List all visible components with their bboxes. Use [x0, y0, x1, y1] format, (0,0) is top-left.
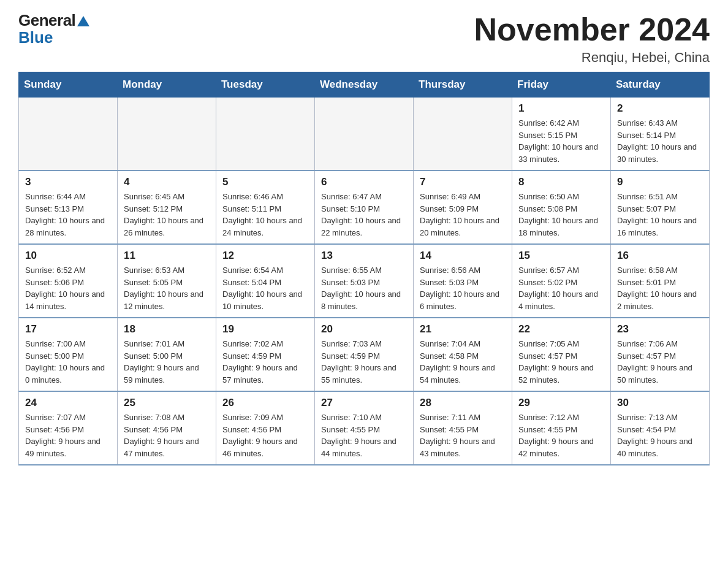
calendar-cell: 24Sunrise: 7:07 AMSunset: 4:56 PMDayligh…: [19, 391, 118, 465]
day-number: 26: [222, 397, 308, 409]
day-number: 27: [321, 397, 407, 409]
day-info: Sunrise: 7:10 AMSunset: 4:55 PMDaylight:…: [321, 412, 407, 459]
calendar-cell: 19Sunrise: 7:02 AMSunset: 4:59 PMDayligh…: [216, 318, 315, 391]
calendar-week-row: 10Sunrise: 6:52 AMSunset: 5:06 PMDayligh…: [19, 244, 710, 318]
day-info: Sunrise: 7:08 AMSunset: 4:56 PMDaylight:…: [124, 412, 210, 459]
day-info: Sunrise: 6:44 AMSunset: 5:13 PMDaylight:…: [25, 191, 111, 239]
calendar-cell: 7Sunrise: 6:49 AMSunset: 5:09 PMDaylight…: [414, 170, 512, 244]
header-sunday: Sunday: [19, 72, 118, 98]
day-number: 15: [518, 250, 604, 262]
day-number: 6: [321, 176, 407, 188]
calendar-cell: 26Sunrise: 7:09 AMSunset: 4:56 PMDayligh…: [216, 391, 315, 465]
day-info: Sunrise: 7:01 AMSunset: 5:00 PMDaylight:…: [124, 338, 210, 386]
calendar-cell: 25Sunrise: 7:08 AMSunset: 4:56 PMDayligh…: [118, 391, 216, 465]
day-number: 7: [420, 176, 506, 188]
calendar-cell: 10Sunrise: 6:52 AMSunset: 5:06 PMDayligh…: [19, 244, 118, 318]
calendar-cell: 6Sunrise: 6:47 AMSunset: 5:10 PMDaylight…: [315, 170, 414, 244]
header-friday: Friday: [512, 72, 611, 98]
day-info: Sunrise: 7:07 AMSunset: 4:56 PMDaylight:…: [25, 412, 111, 459]
calendar-cell: 30Sunrise: 7:13 AMSunset: 4:54 PMDayligh…: [611, 391, 710, 465]
calendar-cell: [414, 98, 512, 171]
day-number: 20: [321, 323, 407, 335]
calendar-cell: 18Sunrise: 7:01 AMSunset: 5:00 PMDayligh…: [118, 318, 216, 391]
header-thursday: Thursday: [414, 72, 512, 98]
day-info: Sunrise: 7:09 AMSunset: 4:56 PMDaylight:…: [222, 412, 308, 459]
day-info: Sunrise: 7:12 AMSunset: 4:55 PMDaylight:…: [518, 412, 604, 459]
calendar-week-row: 3Sunrise: 6:44 AMSunset: 5:13 PMDaylight…: [19, 170, 710, 244]
day-info: Sunrise: 6:54 AMSunset: 5:04 PMDaylight:…: [222, 264, 308, 312]
calendar-cell: [118, 98, 216, 171]
calendar-cell: 17Sunrise: 7:00 AMSunset: 5:00 PMDayligh…: [19, 318, 118, 391]
calendar-week-row: 24Sunrise: 7:07 AMSunset: 4:56 PMDayligh…: [19, 391, 710, 465]
calendar-cell: 27Sunrise: 7:10 AMSunset: 4:55 PMDayligh…: [315, 391, 414, 465]
day-number: 17: [25, 323, 111, 335]
day-info: Sunrise: 6:42 AMSunset: 5:15 PMDaylight:…: [518, 117, 604, 165]
day-info: Sunrise: 6:51 AMSunset: 5:07 PMDaylight:…: [617, 191, 703, 239]
day-number: 2: [617, 102, 703, 115]
day-number: 8: [518, 176, 604, 188]
day-info: Sunrise: 7:00 AMSunset: 5:00 PMDaylight:…: [25, 338, 111, 386]
calendar-cell: 15Sunrise: 6:57 AMSunset: 5:02 PMDayligh…: [512, 244, 611, 318]
calendar-cell: 13Sunrise: 6:55 AMSunset: 5:03 PMDayligh…: [315, 244, 414, 318]
header-monday: Monday: [118, 72, 216, 98]
page-header: General Blue November 2024 Renqiu, Hebei…: [18, 12, 710, 66]
calendar-header: Sunday Monday Tuesday Wednesday Thursday…: [19, 72, 710, 98]
day-number: 24: [25, 397, 111, 409]
day-number: 25: [124, 397, 210, 409]
day-number: 1: [518, 102, 604, 115]
day-number: 30: [617, 397, 703, 409]
calendar-week-row: 17Sunrise: 7:00 AMSunset: 5:00 PMDayligh…: [19, 318, 710, 391]
day-info: Sunrise: 6:49 AMSunset: 5:09 PMDaylight:…: [420, 191, 506, 239]
day-number: 14: [420, 250, 506, 262]
calendar-cell: 12Sunrise: 6:54 AMSunset: 5:04 PMDayligh…: [216, 244, 315, 318]
month-year-title: November 2024: [474, 12, 710, 47]
day-number: 10: [25, 250, 111, 262]
day-number: 5: [222, 176, 308, 188]
header-tuesday: Tuesday: [216, 72, 315, 98]
day-info: Sunrise: 6:52 AMSunset: 5:06 PMDaylight:…: [25, 264, 111, 312]
calendar-cell: 5Sunrise: 6:46 AMSunset: 5:11 PMDaylight…: [216, 170, 315, 244]
logo-text-general: General: [18, 12, 89, 28]
weekday-header-row: Sunday Monday Tuesday Wednesday Thursday…: [19, 72, 710, 98]
header-wednesday: Wednesday: [315, 72, 414, 98]
day-number: 28: [420, 397, 506, 409]
calendar-cell: 8Sunrise: 6:50 AMSunset: 5:08 PMDaylight…: [512, 170, 611, 244]
calendar-cell: 22Sunrise: 7:05 AMSunset: 4:57 PMDayligh…: [512, 318, 611, 391]
day-info: Sunrise: 6:56 AMSunset: 5:03 PMDaylight:…: [420, 264, 506, 312]
day-number: 4: [124, 176, 210, 188]
calendar-cell: 9Sunrise: 6:51 AMSunset: 5:07 PMDaylight…: [611, 170, 710, 244]
day-number: 13: [321, 250, 407, 262]
calendar-cell: 4Sunrise: 6:45 AMSunset: 5:12 PMDaylight…: [118, 170, 216, 244]
header-saturday: Saturday: [611, 72, 710, 98]
day-info: Sunrise: 6:45 AMSunset: 5:12 PMDaylight:…: [124, 191, 210, 239]
day-info: Sunrise: 7:04 AMSunset: 4:58 PMDaylight:…: [420, 338, 506, 386]
day-number: 21: [420, 323, 506, 335]
day-number: 16: [617, 250, 703, 262]
calendar-cell: 20Sunrise: 7:03 AMSunset: 4:59 PMDayligh…: [315, 318, 414, 391]
location-label: Renqiu, Hebei, China: [474, 50, 710, 66]
calendar-cell: [19, 98, 118, 171]
calendar-cell: 1Sunrise: 6:42 AMSunset: 5:15 PMDaylight…: [512, 98, 611, 171]
day-info: Sunrise: 7:13 AMSunset: 4:54 PMDaylight:…: [617, 412, 703, 459]
logo: General Blue: [18, 12, 89, 47]
calendar-body: 1Sunrise: 6:42 AMSunset: 5:15 PMDaylight…: [19, 98, 710, 465]
calendar-cell: [216, 98, 315, 171]
calendar-cell: 2Sunrise: 6:43 AMSunset: 5:14 PMDaylight…: [611, 98, 710, 171]
day-info: Sunrise: 7:05 AMSunset: 4:57 PMDaylight:…: [518, 338, 604, 386]
day-info: Sunrise: 6:55 AMSunset: 5:03 PMDaylight:…: [321, 264, 407, 312]
day-info: Sunrise: 6:46 AMSunset: 5:11 PMDaylight:…: [222, 191, 308, 239]
calendar-cell: 14Sunrise: 6:56 AMSunset: 5:03 PMDayligh…: [414, 244, 512, 318]
day-number: 3: [25, 176, 111, 188]
day-info: Sunrise: 6:43 AMSunset: 5:14 PMDaylight:…: [617, 117, 703, 165]
day-number: 19: [222, 323, 308, 335]
title-block: November 2024 Renqiu, Hebei, China: [474, 12, 710, 66]
calendar-table: Sunday Monday Tuesday Wednesday Thursday…: [18, 72, 710, 465]
day-number: 22: [518, 323, 604, 335]
calendar-cell: [315, 98, 414, 171]
day-info: Sunrise: 7:11 AMSunset: 4:55 PMDaylight:…: [420, 412, 506, 459]
day-info: Sunrise: 6:53 AMSunset: 5:05 PMDaylight:…: [124, 264, 210, 312]
logo-triangle-icon: [77, 16, 89, 26]
day-info: Sunrise: 7:02 AMSunset: 4:59 PMDaylight:…: [222, 338, 308, 386]
day-number: 18: [124, 323, 210, 335]
calendar-cell: 28Sunrise: 7:11 AMSunset: 4:55 PMDayligh…: [414, 391, 512, 465]
